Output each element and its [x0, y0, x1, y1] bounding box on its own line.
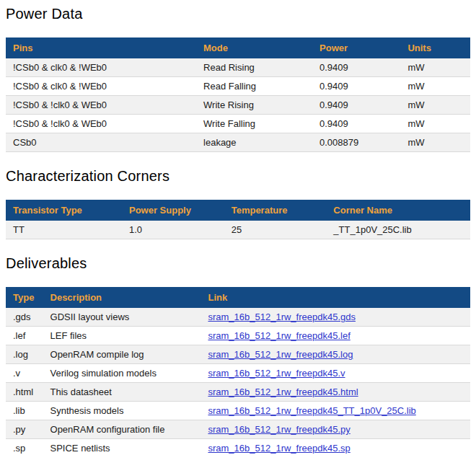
column-header: Transistor Type — [6, 200, 122, 221]
column-header: Power — [312, 37, 400, 58]
table-cell: .lef — [6, 327, 43, 345]
table-row: TT1.025_TT_1p0V_25C.lib — [6, 221, 470, 239]
table-cell: sram_16b_512_1rw_freepdk45.py — [200, 420, 470, 439]
characterization-corners-title: Characterization Corners — [6, 168, 470, 185]
table-cell: 1.0 — [122, 221, 224, 239]
table-cell: mW — [400, 96, 470, 115]
table-cell: .log — [6, 345, 43, 364]
section-deliverables: Deliverables TypeDescriptionLink.gdsGDSI… — [6, 255, 470, 455]
table-row: !CSb0 & !clk0 & WEb0Write Rising0.9409mW — [6, 96, 470, 115]
column-header: Pins — [6, 37, 196, 58]
table-header-row: TypeDescriptionLink — [6, 287, 470, 308]
table-cell: Write Rising — [196, 96, 312, 115]
section-characterization-corners: Characterization Corners Transistor Type… — [6, 168, 470, 239]
power-data-title: Power Data — [6, 6, 470, 22]
power-data-table: PinsModePowerUnits!CSb0 & clk0 & !WEb0Re… — [6, 37, 470, 152]
table-cell: 0.008879 — [312, 133, 400, 152]
table-header-row: PinsModePowerUnits — [6, 37, 470, 58]
column-header: Power Supply — [122, 200, 224, 221]
table-cell: mW — [400, 77, 470, 96]
table-cell: SPICE netlists — [43, 439, 201, 455]
deliverable-link[interactable]: sram_16b_512_1rw_freepdk45.html — [208, 386, 358, 397]
table-row: .logOpenRAM compile logsram_16b_512_1rw_… — [6, 345, 470, 364]
table-cell: mW — [400, 133, 470, 152]
table-cell: .html — [6, 383, 43, 402]
table-row: .htmlThis datasheetsram_16b_512_1rw_free… — [6, 383, 470, 402]
table-cell: .sp — [6, 439, 43, 455]
table-cell: 0.9409 — [312, 58, 400, 77]
table-cell: leakage — [196, 133, 312, 152]
table-header-row: Transistor TypePower SupplyTemperatureCo… — [6, 200, 470, 221]
column-header: Type — [6, 287, 43, 308]
table-row: .libSynthesis modelssram_16b_512_1rw_fre… — [6, 402, 470, 420]
deliverables-title: Deliverables — [6, 255, 470, 272]
column-header: Corner Name — [326, 200, 470, 221]
table-row: !CSb0 & clk0 & !WEb0Read Falling0.9409mW — [6, 77, 470, 96]
table-cell: sram_16b_512_1rw_freepdk45.gds — [200, 308, 470, 327]
column-header: Units — [400, 37, 470, 58]
table-row: !CSb0 & clk0 & !WEb0Read Rising0.9409mW — [6, 58, 470, 77]
table-cell: _TT_1p0V_25C.lib — [326, 221, 470, 239]
table-cell: sram_16b_512_1rw_freepdk45_TT_1p0V_25C.l… — [200, 402, 470, 420]
table-cell: OpenRAM configuration file — [43, 420, 201, 439]
table-row: .pyOpenRAM configuration filesram_16b_51… — [6, 420, 470, 439]
table-cell: !CSb0 & clk0 & !WEb0 — [6, 77, 196, 96]
table-cell: TT — [6, 221, 122, 239]
deliverable-link[interactable]: sram_16b_512_1rw_freepdk45.py — [208, 424, 350, 435]
column-header: Description — [43, 287, 201, 308]
column-header: Mode — [196, 37, 312, 58]
table-cell: Synthesis models — [43, 402, 201, 420]
table-row: .gdsGDSII layout viewssram_16b_512_1rw_f… — [6, 308, 470, 327]
table-cell: CSb0 — [6, 133, 196, 152]
table-cell: .lib — [6, 402, 43, 420]
table-cell: 0.9409 — [312, 96, 400, 115]
table-cell: sram_16b_512_1rw_freepdk45.lef — [200, 327, 470, 345]
table-cell: sram_16b_512_1rw_freepdk45.html — [200, 383, 470, 402]
column-header: Temperature — [224, 200, 327, 221]
table-cell: .gds — [6, 308, 43, 327]
table-cell: sram_16b_512_1rw_freepdk45.v — [200, 364, 470, 383]
table-cell: Read Rising — [196, 58, 312, 77]
table-cell: GDSII layout views — [43, 308, 201, 327]
table-cell: 0.9409 — [312, 115, 400, 133]
table-cell: OpenRAM compile log — [43, 345, 201, 364]
table-row: CSb0leakage0.008879mW — [6, 133, 470, 152]
column-header: Link — [200, 287, 470, 308]
table-cell: LEF files — [43, 327, 201, 345]
table-cell: This datasheet — [43, 383, 201, 402]
table-cell: Read Falling — [196, 77, 312, 96]
table-cell: 0.9409 — [312, 77, 400, 96]
table-row: .lefLEF filessram_16b_512_1rw_freepdk45.… — [6, 327, 470, 345]
table-cell: sram_16b_512_1rw_freepdk45.sp — [200, 439, 470, 455]
table-cell: mW — [400, 58, 470, 77]
table-cell: 25 — [224, 221, 327, 239]
table-cell: !CSb0 & !clk0 & WEb0 — [6, 115, 196, 133]
deliverable-link[interactable]: sram_16b_512_1rw_freepdk45_TT_1p0V_25C.l… — [208, 405, 415, 416]
datasheet-page: Power Data PinsModePowerUnits!CSb0 & clk… — [6, 6, 470, 455]
table-cell: .py — [6, 420, 43, 439]
deliverable-link[interactable]: sram_16b_512_1rw_freepdk45.gds — [208, 312, 356, 322]
deliverables-table: TypeDescriptionLink.gdsGDSII layout view… — [6, 287, 470, 455]
table-row: !CSb0 & !clk0 & WEb0Write Falling0.9409m… — [6, 115, 470, 133]
table-cell: .v — [6, 364, 43, 383]
table-cell: sram_16b_512_1rw_freepdk45.log — [200, 345, 470, 364]
section-power-data: Power Data PinsModePowerUnits!CSb0 & clk… — [6, 6, 470, 152]
characterization-corners-table: Transistor TypePower SupplyTemperatureCo… — [6, 200, 470, 239]
table-cell: mW — [400, 115, 470, 133]
deliverable-link[interactable]: sram_16b_512_1rw_freepdk45.sp — [208, 443, 350, 454]
table-row: .spSPICE netlistssram_16b_512_1rw_freepd… — [6, 439, 470, 455]
table-row: .vVerilog simulation modelssram_16b_512_… — [6, 364, 470, 383]
table-cell: !CSb0 & !clk0 & WEb0 — [6, 96, 196, 115]
deliverable-link[interactable]: sram_16b_512_1rw_freepdk45.v — [208, 368, 345, 379]
table-cell: Verilog simulation models — [43, 364, 201, 383]
deliverable-link[interactable]: sram_16b_512_1rw_freepdk45.log — [208, 349, 353, 360]
table-cell: Write Falling — [196, 115, 312, 133]
table-cell: !CSb0 & clk0 & !WEb0 — [6, 58, 196, 77]
deliverable-link[interactable]: sram_16b_512_1rw_freepdk45.lef — [208, 330, 350, 341]
